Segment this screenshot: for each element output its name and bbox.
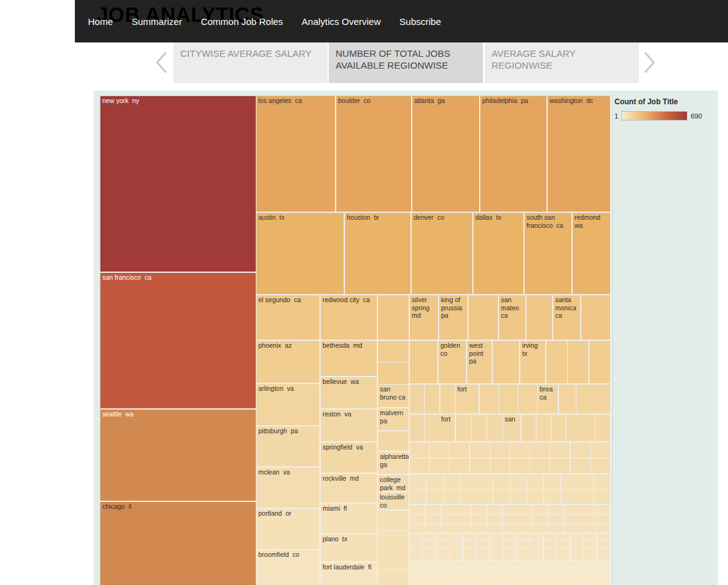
treemap-cell[interactable] xyxy=(599,573,610,578)
treemap-cell[interactable]: philadelphia pa xyxy=(480,96,546,212)
treemap-cell[interactable] xyxy=(410,554,422,561)
nav-item-home[interactable]: Home xyxy=(88,16,113,27)
treemap-cell[interactable] xyxy=(557,554,570,561)
treemap-cell[interactable]: fort lauderdale fl xyxy=(321,563,377,585)
treemap-cell[interactable]: springfield va xyxy=(321,443,377,473)
treemap-cell[interactable] xyxy=(557,541,570,547)
treemap-cell[interactable] xyxy=(581,415,595,441)
treemap-cell[interactable] xyxy=(410,385,424,413)
treemap-cell[interactable]: san bruno ca xyxy=(378,385,409,407)
treemap-cell[interactable] xyxy=(463,541,476,547)
treemap-cell[interactable] xyxy=(465,578,476,583)
treemap-cell[interactable] xyxy=(450,534,462,540)
treemap-cell[interactable] xyxy=(591,458,610,473)
treemap-cell[interactable] xyxy=(423,534,435,540)
treemap-cell[interactable] xyxy=(581,295,610,340)
treemap-cell[interactable] xyxy=(533,524,548,533)
treemap-cell[interactable] xyxy=(423,541,435,547)
treemap-cell[interactable] xyxy=(527,489,543,504)
treemap-cell[interactable] xyxy=(472,524,487,533)
treemap-cell[interactable] xyxy=(550,443,570,458)
treemap-cell[interactable] xyxy=(441,505,456,514)
treemap-cell[interactable] xyxy=(510,562,521,567)
tab-average-salary-regionwise[interactable]: AVERAGE SALARY REGIONWISE xyxy=(485,42,639,83)
treemap-cell[interactable] xyxy=(530,541,543,547)
treemap-cell[interactable] xyxy=(410,514,425,523)
treemap-cell[interactable] xyxy=(488,578,498,583)
treemap-cell[interactable] xyxy=(518,385,537,413)
treemap-cell[interactable] xyxy=(450,443,469,458)
treemap-cell[interactable] xyxy=(522,415,536,441)
treemap-cell[interactable] xyxy=(503,514,518,523)
treemap-cell[interactable] xyxy=(421,573,432,578)
treemap-cell[interactable] xyxy=(437,548,449,554)
treemap-cell[interactable]: rockville md xyxy=(321,474,377,503)
treemap-cell[interactable] xyxy=(410,541,422,547)
treemap-cell[interactable]: san xyxy=(503,415,520,441)
treemap-cell[interactable] xyxy=(477,554,489,561)
treemap-cell[interactable] xyxy=(544,548,556,554)
treemap-cell[interactable] xyxy=(499,568,510,573)
treemap-cell[interactable] xyxy=(493,489,510,504)
treemap-cell[interactable] xyxy=(588,578,599,583)
treemap-cell[interactable] xyxy=(450,458,469,473)
treemap-cell[interactable] xyxy=(477,562,487,567)
treemap-cell[interactable] xyxy=(488,573,498,578)
nav-item-summarizer[interactable]: Summarizer xyxy=(132,16,182,27)
treemap-cell[interactable] xyxy=(423,554,435,561)
treemap-cell[interactable] xyxy=(522,562,532,567)
treemap-cell[interactable]: mclean va xyxy=(256,468,319,508)
treemap-cell[interactable] xyxy=(437,554,449,561)
treemap-cell[interactable] xyxy=(571,541,583,547)
treemap-cell[interactable] xyxy=(555,573,566,578)
nav-item-common-job-roles[interactable]: Common Job Roles xyxy=(201,16,283,27)
treemap-cell[interactable] xyxy=(544,573,555,578)
treemap-cell[interactable] xyxy=(561,474,577,489)
treemap-cell[interactable] xyxy=(566,578,576,583)
treemap-cell[interactable] xyxy=(580,514,595,523)
treemap-cell[interactable]: san mateo ca xyxy=(499,295,525,340)
treemap-cell[interactable] xyxy=(477,474,493,489)
treemap-cell[interactable] xyxy=(450,548,462,554)
treemap-cell[interactable] xyxy=(598,548,610,554)
treemap-cell[interactable] xyxy=(455,578,465,583)
treemap-cell[interactable] xyxy=(378,295,409,340)
treemap-cell[interactable]: santa monica ca xyxy=(553,295,580,340)
treemap-cell[interactable] xyxy=(423,548,435,554)
treemap-cell[interactable]: dallas tx xyxy=(473,213,523,294)
treemap-cell[interactable] xyxy=(493,341,519,383)
treemap-cell[interactable] xyxy=(490,548,503,554)
treemap-cell[interactable] xyxy=(544,568,555,573)
treemap-cell[interactable] xyxy=(584,554,596,561)
treemap-cell[interactable] xyxy=(551,415,566,441)
treemap-cell[interactable] xyxy=(472,415,487,441)
treemap-cell[interactable] xyxy=(460,474,477,489)
treemap-cell[interactable] xyxy=(470,458,490,473)
treemap-cell[interactable] xyxy=(472,505,487,514)
treemap-cell[interactable] xyxy=(591,443,610,458)
treemap-cell[interactable] xyxy=(510,568,521,573)
treemap-cell[interactable]: atlanta ga xyxy=(412,96,479,212)
treemap-cell[interactable] xyxy=(465,568,476,573)
treemap-cell[interactable] xyxy=(378,363,409,384)
treemap-cell[interactable] xyxy=(487,415,502,441)
treemap-cell[interactable]: portland or xyxy=(256,509,319,549)
carousel-prev-button[interactable] xyxy=(153,50,170,75)
treemap-cell[interactable] xyxy=(487,505,502,514)
treemap-cell[interactable] xyxy=(580,505,595,514)
treemap-cell[interactable] xyxy=(571,534,583,540)
treemap-cell[interactable] xyxy=(503,554,516,561)
treemap-cell[interactable] xyxy=(565,505,580,514)
treemap-cell[interactable] xyxy=(499,573,510,578)
treemap-cell[interactable] xyxy=(595,514,610,523)
treemap-cell[interactable] xyxy=(465,573,476,578)
treemap-cell[interactable] xyxy=(456,505,471,514)
treemap-cell[interactable] xyxy=(425,514,440,523)
treemap-cell[interactable] xyxy=(555,578,566,583)
tab-number-of-total-jobs-available-regionwise[interactable]: NUMBER OF TOTAL JOBS AVAILABLE REGIONWIS… xyxy=(329,42,483,83)
treemap-cell[interactable] xyxy=(571,443,590,458)
treemap-cell[interactable] xyxy=(550,458,570,473)
treemap-cell[interactable] xyxy=(444,573,454,578)
treemap-cell[interactable] xyxy=(577,578,588,583)
treemap-cell[interactable] xyxy=(410,505,425,514)
